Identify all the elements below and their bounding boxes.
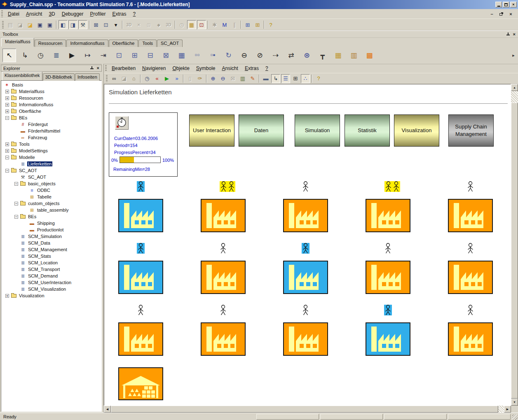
toolbox-pin-icon[interactable]: [506, 33, 510, 36]
tree-item-productionlot[interactable]: ▬Productionlot: [1, 226, 101, 233]
collapse-icon[interactable]: −: [14, 202, 18, 205]
menu-datei[interactable]: Datei: [5, 9, 23, 19]
new-model-icon[interactable]: ▤: [6, 20, 15, 29]
resize-grip[interactable]: [512, 415, 518, 420]
show-grid-icon[interactable]: ⊞: [291, 74, 300, 83]
tree-item-basis[interactable]: ✶Basis: [1, 82, 101, 88]
factory-r2-c0[interactable]: [118, 322, 163, 356]
toolbox-production-control-icon[interactable]: ┳: [316, 49, 329, 62]
toolbox-single-proc-icon[interactable]: ⊡: [112, 49, 126, 62]
toolbox-tab-oberfl-che[interactable]: Oberfläche: [109, 40, 138, 47]
main-toolbar-gripper[interactable]: [2, 21, 4, 28]
tree-item-scm-visualization[interactable]: ≣SCM_Visualization: [1, 286, 101, 292]
tree-item-shipping[interactable]: ▬Shipping: [1, 220, 101, 226]
frame-menu-bearbeiten[interactable]: Bearbeiten: [108, 64, 139, 73]
background-graphics-icon[interactable]: ▥: [238, 74, 247, 83]
tree-item-modelle[interactable]: −Modelle: [1, 154, 101, 161]
import-3d-icon[interactable]: ◳: [144, 20, 153, 29]
menu-profiler[interactable]: Profiler: [87, 9, 109, 19]
tree-item-modelsettings[interactable]: +ModelSettings: [1, 147, 101, 154]
toolbox-buffer-icon[interactable]: ▫▫: [190, 49, 204, 62]
toolbox-transport-rack-icon[interactable]: ▥: [347, 49, 361, 62]
toolbox-tab-tools[interactable]: Tools: [138, 40, 157, 47]
frame-menu-help[interactable]: ?: [262, 64, 272, 73]
open-model-icon[interactable]: ◪: [26, 20, 35, 29]
toggle-explorer-icon[interactable]: ◧: [59, 20, 68, 29]
horizontal-scrollbar[interactable]: ◀ ▶: [104, 406, 511, 413]
expand-icon[interactable]: +: [5, 294, 9, 298]
factory-r1-c3[interactable]: [366, 261, 410, 294]
zoom-fit-icon[interactable]: ⊠: [228, 74, 237, 83]
factory-r1-c1[interactable]: [201, 261, 246, 294]
factory-r2-c1[interactable]: [201, 322, 246, 356]
person-indicator-r0-c4[interactable]: [466, 181, 474, 192]
explorer-tab-3d-bibliothek[interactable]: 3D-Bibliothek: [43, 73, 75, 81]
find-object-icon[interactable]: ∞: [110, 74, 119, 83]
factory-r0-c4[interactable]: [448, 199, 493, 232]
toolbox-two-way-road-icon[interactable]: ⇄: [284, 49, 298, 62]
canvas-button-statistik[interactable]: Statistik: [345, 114, 390, 147]
person-indicator-r0-c0[interactable]: [137, 181, 145, 192]
frame-menu-ansicht[interactable]: Ansicht: [219, 64, 241, 73]
tree-item-bes[interactable]: −BEs: [1, 114, 101, 121]
person-indicator-r1-c1[interactable]: [219, 243, 227, 254]
mdi-restore-button[interactable]: [498, 11, 504, 16]
tree-item-tabelle[interactable]: ⊞Tabelle: [1, 194, 101, 200]
scroll-down-button[interactable]: ▼: [511, 399, 518, 406]
frame-menubar-gripper[interactable]: [105, 65, 107, 71]
toolbox-pallet-icon[interactable]: ▦: [331, 49, 345, 62]
explorer-tab-infoseiten[interactable]: Infoseiten: [75, 73, 100, 81]
tree-item-sc-aot[interactable]: −SC_AOT: [1, 167, 101, 174]
menu-3d[interactable]: 3D: [45, 9, 58, 19]
toolbox-select-cursor-icon[interactable]: ↖: [2, 49, 16, 62]
event-controller-icon[interactable]: [115, 116, 129, 130]
explorer-close-icon[interactable]: ×: [97, 66, 99, 70]
scroll-up-button[interactable]: ▲: [511, 84, 518, 91]
tree-item-scm-demand[interactable]: ≣SCM_Demand: [1, 273, 101, 279]
zoom-out-icon[interactable]: ⊖: [218, 74, 227, 83]
context-help-icon[interactable]: ?: [314, 74, 323, 83]
toolbox-line-icon[interactable]: ⊖: [237, 49, 251, 62]
tree-item-fahrzeug[interactable]: ∞Fahrzeug: [1, 134, 101, 141]
factory-r0-c1[interactable]: [201, 199, 246, 232]
factory-r1-c0[interactable]: [118, 261, 163, 294]
expand-icon[interactable]: +: [5, 110, 9, 113]
canvas-button-user-interaction[interactable]: User Interaction: [189, 114, 234, 147]
toolbox-source-icon[interactable]: ↦: [81, 49, 94, 62]
person-indicator-r2-c2[interactable]: [302, 305, 309, 315]
debugger-icon[interactable]: ✱: [210, 20, 219, 29]
toolbox-turntable-icon[interactable]: ⊛: [300, 49, 314, 62]
navigate-up-icon[interactable]: ⌂: [129, 74, 138, 83]
tree-item-f-rderhilfsmittel[interactable]: ▬Förderhilfsmittel: [1, 128, 101, 134]
toolbox-sort-buffer-icon[interactable]: ▫▪: [206, 49, 220, 62]
mdi-minimize-button[interactable]: –: [489, 11, 495, 16]
mdi-close-button[interactable]: ×: [508, 11, 514, 16]
factory-r2-c4[interactable]: [448, 322, 493, 356]
collapse-icon[interactable]: −: [5, 169, 9, 173]
person-indicator-r2-c4[interactable]: [466, 305, 474, 315]
toolbox-event-controller-icon[interactable]: ◷: [34, 49, 47, 62]
menu-debugger[interactable]: Debugger: [59, 9, 87, 19]
toolbox-connector-icon[interactable]: ↳: [18, 49, 32, 62]
show-connections-icon[interactable]: ∴: [301, 74, 310, 83]
person-indicator-r2-c3[interactable]: [384, 305, 392, 315]
delete-icon[interactable]: ▯: [185, 74, 195, 83]
factory-r0-c3[interactable]: [366, 199, 410, 232]
tree-item-scm-simulation[interactable]: ≣SCM_Simulation: [1, 233, 101, 240]
menubar-gripper[interactable]: [1, 10, 3, 17]
person-indicator-r1-c3[interactable]: [384, 243, 392, 254]
tree-item-ressourcen[interactable]: +Ressourcen: [1, 95, 101, 101]
tree-item-scm-stats[interactable]: ≣SCM_Stats: [1, 253, 101, 259]
collapse-icon[interactable]: −: [5, 156, 9, 159]
expand-icon[interactable]: +: [5, 149, 9, 153]
reset-simulation-icon[interactable]: «: [152, 74, 162, 83]
factory-r0-c2[interactable]: [283, 199, 328, 232]
tree-item-scm-userinteraction[interactable]: ≣SCM_UserInteraction: [1, 279, 101, 286]
tree-item-informationsfluss[interactable]: +Informationsfluss: [1, 101, 101, 108]
window-layout-icon[interactable]: ⊡: [101, 20, 110, 29]
destroy-mus-icon[interactable]: ⊡: [197, 20, 206, 29]
toolbox-tab-informationsfluss[interactable]: Informationsfluss: [66, 40, 108, 47]
method-debugging-icon[interactable]: M: [220, 20, 229, 29]
frame-menu-objekte[interactable]: Objekte: [169, 64, 192, 73]
factory-r1-c2[interactable]: [283, 261, 328, 294]
